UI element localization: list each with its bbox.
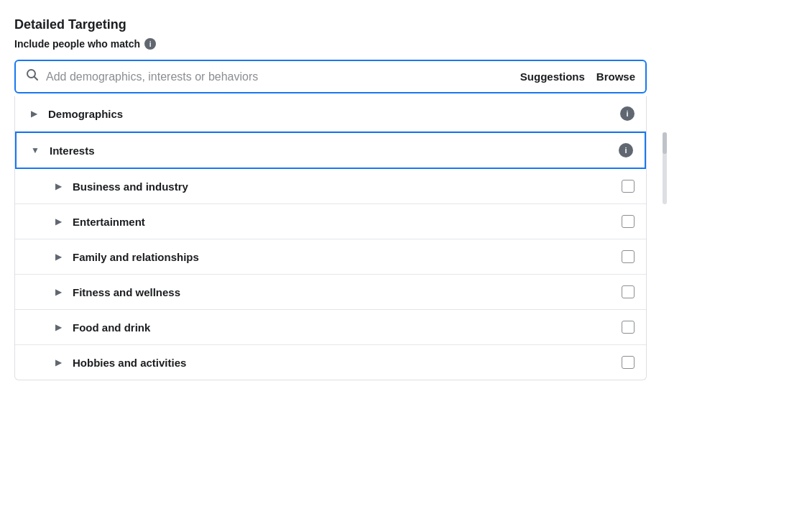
category-label-interests: Interests xyxy=(50,145,619,157)
scrollbar-thumb xyxy=(663,132,667,154)
page-title: Detailed Targeting xyxy=(14,17,798,32)
targeting-panel: ▶ Demographics i ▼ Interests i ▶ Busines… xyxy=(14,96,647,380)
search-actions: Suggestions Browse xyxy=(520,70,635,83)
checkbox-entertainment[interactable] xyxy=(622,215,635,228)
chevron-hobbies: ▶ xyxy=(51,355,65,370)
category-label-entertainment: Entertainment xyxy=(73,216,613,228)
category-label-demographics: Demographics xyxy=(48,108,620,120)
chevron-demographics: ▶ xyxy=(27,106,41,121)
chevron-interests: ▼ xyxy=(28,143,42,157)
category-label-business: Business and industry xyxy=(73,180,613,193)
search-placeholder: Add demographics, interests or behaviors xyxy=(46,70,513,83)
checkbox-fitness[interactable] xyxy=(622,285,635,298)
info-icon[interactable]: i xyxy=(144,38,156,50)
category-label-fitness: Fitness and wellness xyxy=(73,286,613,298)
dropdown-panel: ▶ Demographics i ▼ Interests i ▶ Busines… xyxy=(14,96,647,380)
chevron-fitness: ▶ xyxy=(51,285,65,299)
chevron-food: ▶ xyxy=(51,320,65,334)
category-label-food: Food and drink xyxy=(73,321,613,334)
category-row-food[interactable]: ▶ Food and drink xyxy=(15,310,646,345)
browse-button[interactable]: Browse xyxy=(596,70,635,83)
checkbox-food[interactable] xyxy=(622,321,635,334)
suggestions-button[interactable]: Suggestions xyxy=(520,70,585,83)
search-icon xyxy=(26,68,39,85)
svg-line-1 xyxy=(34,77,37,80)
info-icon-demographics[interactable]: i xyxy=(620,106,635,121)
search-bar[interactable]: Add demographics, interests or behaviors… xyxy=(14,60,647,93)
chevron-family: ▶ xyxy=(51,249,65,264)
subtitle-text: Include people who match xyxy=(14,38,140,50)
category-row-hobbies[interactable]: ▶ Hobbies and activities xyxy=(15,345,646,380)
subtitle-row: Include people who match i xyxy=(14,38,798,50)
chevron-entertainment: ▶ xyxy=(51,214,65,229)
category-row-fitness[interactable]: ▶ Fitness and wellness xyxy=(15,275,646,310)
info-icon-interests[interactable]: i xyxy=(619,143,633,157)
category-row-business[interactable]: ▶ Business and industry xyxy=(15,169,646,204)
page-container: Detailed Targeting Include people who ma… xyxy=(14,17,798,380)
category-row-demographics[interactable]: ▶ Demographics i xyxy=(15,96,646,132)
chevron-business: ▶ xyxy=(51,179,65,193)
scrollbar-track[interactable] xyxy=(663,132,667,204)
category-row-interests[interactable]: ▼ Interests i xyxy=(15,132,646,169)
checkbox-business[interactable] xyxy=(622,180,635,193)
category-row-family[interactable]: ▶ Family and relationships xyxy=(15,239,646,275)
checkbox-family[interactable] xyxy=(622,250,635,263)
checkbox-hobbies[interactable] xyxy=(622,356,635,369)
category-label-family: Family and relationships xyxy=(73,251,613,263)
category-label-hobbies: Hobbies and activities xyxy=(73,357,613,369)
category-row-entertainment[interactable]: ▶ Entertainment xyxy=(15,204,646,239)
